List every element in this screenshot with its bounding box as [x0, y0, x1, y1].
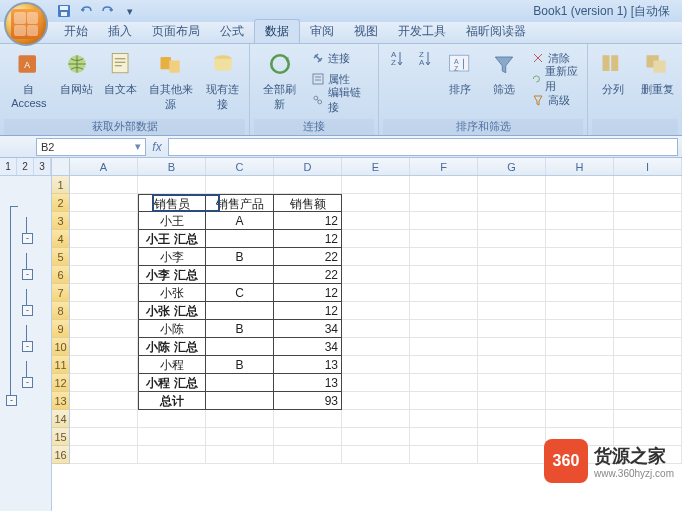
cell[interactable]	[274, 446, 342, 464]
save-icon[interactable]	[56, 3, 72, 19]
sort-desc-button[interactable]: ZA	[411, 46, 437, 72]
cell[interactable]	[70, 212, 138, 230]
cell[interactable]	[206, 410, 274, 428]
cell[interactable]: 13	[274, 356, 342, 374]
cell[interactable]: 93	[274, 392, 342, 410]
cell[interactable]	[614, 302, 682, 320]
cell[interactable]	[478, 446, 546, 464]
outline-collapse-icon[interactable]: -	[22, 233, 33, 244]
cell[interactable]	[478, 230, 546, 248]
cell[interactable]	[478, 176, 546, 194]
cell[interactable]	[70, 320, 138, 338]
cell[interactable]	[206, 230, 274, 248]
sort-asc-button[interactable]: AZ	[383, 46, 409, 72]
sort-button[interactable]: AZ排序	[439, 46, 481, 99]
cell[interactable]	[478, 194, 546, 212]
cell[interactable]: 小程	[138, 356, 206, 374]
cell[interactable]	[478, 266, 546, 284]
cell[interactable]	[410, 428, 478, 446]
row-header[interactable]: 14	[52, 410, 70, 428]
formula-input[interactable]	[168, 138, 678, 156]
col-header[interactable]: I	[614, 158, 682, 175]
cell[interactable]	[410, 212, 478, 230]
cell[interactable]	[274, 410, 342, 428]
tab-dev[interactable]: 开发工具	[388, 20, 456, 43]
from-access-button[interactable]: A自 Access	[4, 46, 54, 111]
cell[interactable]	[342, 446, 410, 464]
cell[interactable]	[70, 230, 138, 248]
cell[interactable]: 12	[274, 302, 342, 320]
text-to-columns-button[interactable]: 分列	[592, 46, 634, 99]
cell[interactable]	[70, 284, 138, 302]
cell[interactable]	[546, 374, 614, 392]
cell[interactable]	[138, 410, 206, 428]
cell[interactable]	[410, 410, 478, 428]
outline-level-2[interactable]: 2	[17, 158, 34, 175]
col-header[interactable]: B	[138, 158, 206, 175]
cell[interactable]	[614, 284, 682, 302]
row-header[interactable]: 2	[52, 194, 70, 212]
cell[interactable]	[478, 302, 546, 320]
cell[interactable]	[546, 392, 614, 410]
cell[interactable]: A	[206, 212, 274, 230]
col-header[interactable]: H	[546, 158, 614, 175]
row-header[interactable]: 4	[52, 230, 70, 248]
tab-view[interactable]: 视图	[344, 20, 388, 43]
cell[interactable]: 小陈 汇总	[138, 338, 206, 356]
cell[interactable]	[206, 302, 274, 320]
row-header[interactable]: 12	[52, 374, 70, 392]
cell[interactable]	[410, 266, 478, 284]
row-header[interactable]: 8	[52, 302, 70, 320]
cell[interactable]: 13	[274, 374, 342, 392]
cell[interactable]	[614, 338, 682, 356]
cell[interactable]	[614, 320, 682, 338]
connections-button[interactable]: 连接	[311, 48, 370, 68]
cell[interactable]: 22	[274, 266, 342, 284]
outline-collapse-icon[interactable]: -	[22, 305, 33, 316]
cell[interactable]	[478, 248, 546, 266]
remove-dup-button[interactable]: 删重复	[636, 46, 678, 99]
undo-icon[interactable]	[78, 3, 94, 19]
row-header[interactable]: 3	[52, 212, 70, 230]
cell[interactable]	[546, 320, 614, 338]
cell[interactable]	[342, 212, 410, 230]
cell[interactable]	[138, 428, 206, 446]
cell[interactable]	[342, 176, 410, 194]
cell[interactable]	[614, 194, 682, 212]
cell[interactable]	[546, 284, 614, 302]
cell[interactable]	[70, 374, 138, 392]
cell[interactable]	[614, 410, 682, 428]
col-header[interactable]: E	[342, 158, 410, 175]
outline-pane[interactable]: 1 2 3 - - - - - -	[0, 158, 52, 511]
tab-formula[interactable]: 公式	[210, 20, 254, 43]
cell[interactable]	[70, 194, 138, 212]
row-header[interactable]: 10	[52, 338, 70, 356]
cell[interactable]	[478, 410, 546, 428]
cell[interactable]	[614, 266, 682, 284]
cell[interactable]: 34	[274, 320, 342, 338]
redo-icon[interactable]	[100, 3, 116, 19]
cell[interactable]	[410, 338, 478, 356]
cell[interactable]: 小李	[138, 248, 206, 266]
cell[interactable]	[410, 392, 478, 410]
cell[interactable]: 总计	[138, 392, 206, 410]
cell[interactable]	[614, 230, 682, 248]
cell[interactable]: 小程 汇总	[138, 374, 206, 392]
cell[interactable]: 22	[274, 248, 342, 266]
cell[interactable]	[614, 248, 682, 266]
outline-collapse-icon[interactable]: -	[22, 269, 33, 280]
cell[interactable]: 小张 汇总	[138, 302, 206, 320]
cell[interactable]: 12	[274, 230, 342, 248]
cell[interactable]	[206, 374, 274, 392]
col-header[interactable]: G	[478, 158, 546, 175]
outline-level-3[interactable]: 3	[34, 158, 51, 175]
cell[interactable]	[274, 176, 342, 194]
tab-layout[interactable]: 页面布局	[142, 20, 210, 43]
cell[interactable]	[70, 266, 138, 284]
cell[interactable]	[342, 248, 410, 266]
outline-level-1[interactable]: 1	[0, 158, 17, 175]
cell[interactable]	[70, 248, 138, 266]
cell[interactable]: 销售产品	[206, 194, 274, 212]
cell[interactable]	[410, 302, 478, 320]
reapply-button[interactable]: 重新应用	[531, 69, 579, 89]
